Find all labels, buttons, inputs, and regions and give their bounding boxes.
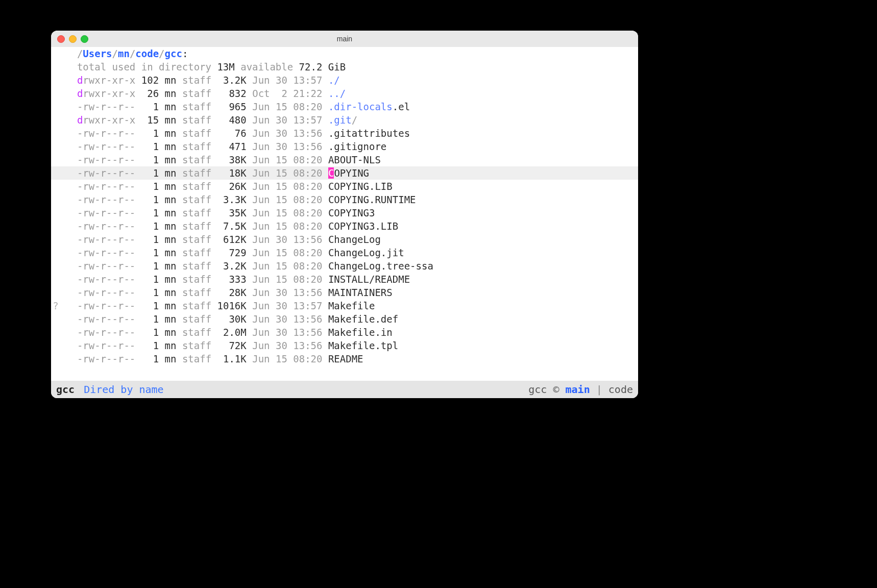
- dired-entry[interactable]: drwxr-xr-x 26 mn staff 832 Oct 2 21:22 .…: [51, 87, 638, 100]
- size: 480: [217, 114, 247, 126]
- owner: mn: [165, 327, 177, 338]
- file-name[interactable]: Makefile.def: [328, 313, 398, 325]
- path-segment[interactable]: mn: [118, 48, 130, 59]
- mtime: Jun 30 13:56: [252, 128, 322, 139]
- file-name[interactable]: ChangeLog: [328, 234, 381, 245]
- file-name[interactable]: OPYING: [334, 167, 369, 179]
- dired-entry[interactable]: -rw-r--r-- 1 mn staff 729 Jun 15 08:20 C…: [51, 246, 638, 259]
- group: staff: [182, 114, 211, 126]
- modeline[interactable]: gcc Dired by name gcc © main | code: [51, 381, 638, 398]
- modeline-buffer-name[interactable]: gcc: [56, 381, 75, 398]
- path-segment[interactable]: code: [135, 48, 159, 59]
- owner: mn: [165, 75, 177, 86]
- size: 965: [217, 101, 247, 112]
- group: staff: [182, 101, 211, 112]
- file-name[interactable]: .gitignore: [328, 141, 386, 152]
- owner: mn: [165, 220, 177, 232]
- owner: mn: [165, 287, 177, 298]
- link-count: 1: [141, 287, 159, 298]
- file-name[interactable]: Makefile.tpl: [328, 340, 398, 351]
- owner: mn: [165, 274, 177, 285]
- mtime: Jun 30 13:56: [252, 327, 322, 338]
- file-name[interactable]: Makefile: [328, 300, 375, 311]
- dired-entry[interactable]: -rw-r--r-- 1 mn staff 333 Jun 15 08:20 I…: [51, 273, 638, 286]
- dired-listing[interactable]: /Users/mn/code/gcc: total used in direct…: [51, 47, 638, 365]
- permissions: rw-r--r--: [83, 353, 135, 364]
- dired-entry[interactable]: -rw-r--r-- 1 mn staff 38K Jun 15 08:20 A…: [51, 153, 638, 166]
- file-flag: -: [77, 353, 83, 364]
- dired-header-path[interactable]: /Users/mn/code/gcc:: [51, 47, 638, 60]
- modeline-branch[interactable]: main: [566, 383, 590, 396]
- path-segment[interactable]: gcc: [165, 48, 182, 59]
- dired-entry[interactable]: -rw-r--r-- 1 mn staff 2.0M Jun 30 13:56 …: [51, 326, 638, 339]
- dired-entry[interactable]: -rw-r--r-- 1 mn staff 3.2K Jun 15 08:20 …: [51, 259, 638, 273]
- dired-entry[interactable]: -rw-r--r-- 1 mn staff 612K Jun 30 13:56 …: [51, 233, 638, 246]
- link-count: 15: [141, 114, 159, 126]
- file-name[interactable]: ABOUT-NLS: [328, 154, 381, 165]
- link-count: 1: [141, 353, 159, 364]
- owner: mn: [165, 128, 177, 139]
- path-segment[interactable]: Users: [83, 48, 112, 59]
- mtime: Jun 30 13:57: [252, 114, 322, 126]
- dired-buffer[interactable]: /Users/mn/code/gcc: total used in direct…: [51, 47, 638, 381]
- file-flag: -: [77, 101, 83, 112]
- dired-entry[interactable]: -rw-r--r-- 1 mn staff 30K Jun 30 13:56 M…: [51, 312, 638, 326]
- file-name[interactable]: .gitattributes: [328, 128, 410, 139]
- dired-entry[interactable]: -rw-r--r-- 1 mn staff 72K Jun 30 13:56 M…: [51, 339, 638, 352]
- dired-entry[interactable]: -rw-r--r-- 1 mn staff 76 Jun 30 13:56 .g…: [51, 127, 638, 140]
- titlebar[interactable]: main: [51, 31, 638, 47]
- file-name[interactable]: Makefile.in: [328, 327, 393, 338]
- file-name[interactable]: ChangeLog.jit: [328, 247, 404, 258]
- owner: mn: [165, 114, 177, 126]
- file-name[interactable]: ./: [328, 75, 340, 86]
- permissions: rw-r--r--: [83, 101, 135, 112]
- dired-entry[interactable]: ? -rw-r--r-- 1 mn staff 1016K Jun 30 13:…: [51, 299, 638, 312]
- dired-entry[interactable]: drwxr-xr-x 102 mn staff 3.2K Jun 30 13:5…: [51, 74, 638, 87]
- file-name[interactable]: COPYING.RUNTIME: [328, 194, 416, 205]
- permissions: rw-r--r--: [83, 287, 135, 298]
- permissions: rw-r--r--: [83, 167, 135, 179]
- file-name[interactable]: COPYING3.LIB: [328, 220, 398, 232]
- size: 28K: [217, 287, 247, 298]
- permissions: rwxr-xr-x: [83, 114, 135, 126]
- mtime: Jun 15 08:20: [252, 260, 322, 272]
- owner: mn: [165, 141, 177, 152]
- mtime: Jun 15 08:20: [252, 247, 322, 258]
- modeline-vc[interactable]: gcc © main | code: [528, 381, 633, 398]
- dired-entry[interactable]: -rw-r--r-- 1 mn staff 965 Jun 15 08:20 .…: [51, 100, 638, 113]
- file-name[interactable]: ChangeLog.tree-ssa: [328, 260, 433, 272]
- mtime: Jun 30 13:56: [252, 313, 322, 325]
- owner: mn: [165, 167, 177, 179]
- mtime: Jun 30 13:57: [252, 75, 322, 86]
- dired-entry[interactable]: -rw-r--r-- 1 mn staff 26K Jun 15 08:20 C…: [51, 180, 638, 193]
- file-name[interactable]: .git: [328, 114, 352, 126]
- dired-entry[interactable]: -rw-r--r-- 1 mn staff 1.1K Jun 15 08:20 …: [51, 352, 638, 365]
- dired-entry[interactable]: -rw-r--r-- 1 mn staff 18K Jun 15 08:20 C…: [51, 166, 638, 180]
- dired-entry[interactable]: -rw-r--r-- 1 mn staff 7.5K Jun 15 08:20 …: [51, 219, 638, 233]
- mtime: Jun 30 13:56: [252, 141, 322, 152]
- group: staff: [182, 247, 211, 258]
- owner: mn: [165, 101, 177, 112]
- dired-entry[interactable]: -rw-r--r-- 1 mn staff 471 Jun 30 13:56 .…: [51, 140, 638, 153]
- file-name[interactable]: COPYING3: [328, 207, 375, 218]
- file-name[interactable]: COPYING.LIB: [328, 181, 393, 192]
- group: staff: [182, 141, 211, 152]
- file-name[interactable]: INSTALL/README: [328, 274, 410, 285]
- owner: mn: [165, 207, 177, 218]
- file-name[interactable]: ../: [328, 88, 346, 99]
- file-name[interactable]: .dir-locals: [328, 101, 393, 112]
- dired-entry[interactable]: -rw-r--r-- 1 mn staff 3.3K Jun 15 08:20 …: [51, 193, 638, 206]
- file-name[interactable]: MAINTAINERS: [328, 287, 393, 298]
- dired-entry[interactable]: -rw-r--r-- 1 mn staff 28K Jun 30 13:56 M…: [51, 286, 638, 299]
- group: staff: [182, 287, 211, 298]
- modeline-major-mode[interactable]: Dired by name: [84, 381, 164, 398]
- owner: mn: [165, 260, 177, 272]
- file-flag: -: [77, 247, 83, 258]
- group: staff: [182, 181, 211, 192]
- mtime: Jun 30 13:56: [252, 234, 322, 245]
- dired-entry[interactable]: drwxr-xr-x 15 mn staff 480 Jun 30 13:57 …: [51, 113, 638, 127]
- dired-entry[interactable]: -rw-r--r-- 1 mn staff 35K Jun 15 08:20 C…: [51, 206, 638, 219]
- group: staff: [182, 194, 211, 205]
- file-name[interactable]: README: [328, 353, 363, 364]
- permissions: rw-r--r--: [83, 234, 135, 245]
